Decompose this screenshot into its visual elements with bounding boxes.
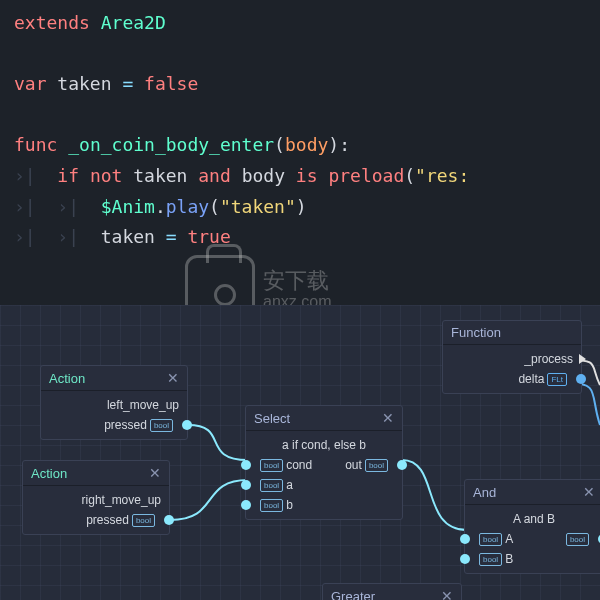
code-editor[interactable]: extends Area2D var taken = false func _o… bbox=[0, 0, 600, 305]
port-icon bbox=[460, 534, 470, 544]
node-output-flow[interactable]: _process bbox=[443, 349, 581, 369]
close-icon[interactable]: ✕ bbox=[382, 410, 394, 426]
port-icon bbox=[397, 460, 407, 470]
node-row-b[interactable]: boolb bbox=[246, 495, 402, 515]
port-icon bbox=[576, 374, 586, 384]
code-line: func _on_coin_body_enter(body): bbox=[14, 130, 586, 161]
node-function[interactable]: Function _process delta FLt bbox=[442, 320, 582, 394]
node-subtitle: a if cond, else b bbox=[246, 435, 402, 455]
node-select[interactable]: Select ✕ a if cond, else b boolcond outb… bbox=[245, 405, 403, 520]
port-icon bbox=[241, 460, 251, 470]
node-row-b[interactable]: boolB bbox=[465, 549, 600, 569]
node-action-left-move-up[interactable]: Action ✕ left_move_up pressed bool bbox=[40, 365, 188, 440]
node-output-pressed[interactable]: pressed bool bbox=[23, 510, 169, 530]
node-output-delta[interactable]: delta FLt bbox=[443, 369, 581, 389]
node-row-a[interactable]: boolA bool bbox=[465, 529, 600, 549]
port-icon bbox=[241, 480, 251, 490]
code-line: ›| if not taken and body is preload("res… bbox=[14, 161, 586, 192]
close-icon[interactable]: ✕ bbox=[149, 465, 161, 481]
port-icon bbox=[182, 420, 192, 430]
node-output-pressed[interactable]: pressed bool bbox=[41, 415, 187, 435]
node-subtitle: A and B bbox=[465, 509, 600, 529]
node-title: And bbox=[473, 485, 496, 500]
flow-port-icon bbox=[579, 354, 586, 364]
node-title: Action bbox=[49, 371, 85, 386]
code-line: extends Area2D bbox=[14, 8, 586, 39]
close-icon[interactable]: ✕ bbox=[441, 588, 453, 600]
node-label: left_move_up bbox=[41, 395, 187, 415]
code-line: ›| ›| $Anim.play("taken") bbox=[14, 192, 586, 223]
node-and[interactable]: And ✕ A and B boolA bool boolB bbox=[464, 479, 600, 574]
port-icon bbox=[460, 554, 470, 564]
node-title: Function bbox=[451, 325, 501, 340]
node-label: right_move_up bbox=[23, 490, 169, 510]
node-row-cond[interactable]: boolcond outbool bbox=[246, 455, 402, 475]
code-line: ›| ›| taken = true bbox=[14, 222, 586, 253]
visual-script-graph[interactable]: Function _process delta FLt Action ✕ lef… bbox=[0, 305, 600, 600]
node-greater[interactable]: Greater ✕ bbox=[322, 583, 462, 600]
code-line: var taken = false bbox=[14, 69, 586, 100]
node-row-a[interactable]: boola bbox=[246, 475, 402, 495]
node-title: Greater bbox=[331, 589, 375, 601]
port-icon bbox=[164, 515, 174, 525]
node-action-right-move-up[interactable]: Action ✕ right_move_up pressed bool bbox=[22, 460, 170, 535]
node-title: Select bbox=[254, 411, 290, 426]
node-title: Action bbox=[31, 466, 67, 481]
close-icon[interactable]: ✕ bbox=[583, 484, 595, 500]
port-icon bbox=[241, 500, 251, 510]
close-icon[interactable]: ✕ bbox=[167, 370, 179, 386]
